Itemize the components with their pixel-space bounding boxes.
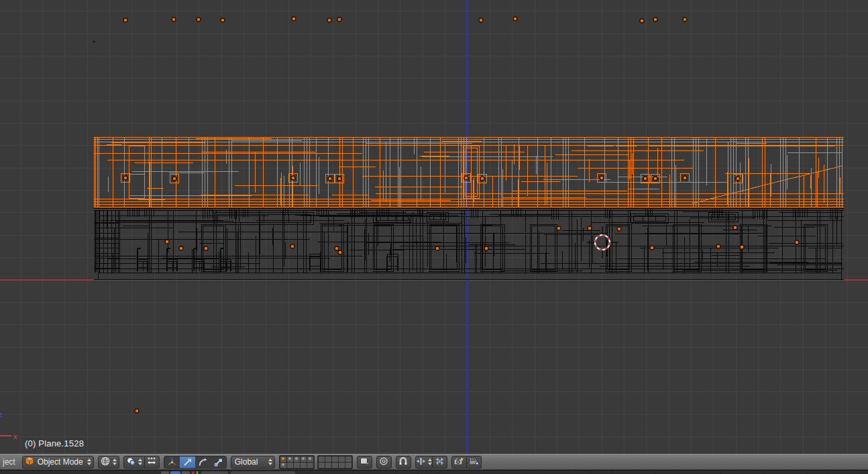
timeline-tick <box>763 471 764 474</box>
opengl-animation-icon <box>468 457 479 468</box>
timeline-widget-fragment <box>170 471 180 474</box>
globe-icon <box>101 457 110 468</box>
timeline-tick <box>785 471 786 474</box>
timeline-tick <box>395 471 396 474</box>
layer-cell-1[interactable] <box>319 457 325 462</box>
layer-cell-6[interactable] <box>319 463 325 468</box>
layer-cell-8[interactable] <box>332 463 338 468</box>
layer-cell-8[interactable] <box>294 463 300 468</box>
timeline-tick <box>828 471 829 474</box>
timeline-tick <box>482 471 482 474</box>
layer-cell-2[interactable] <box>287 457 293 462</box>
layer-cell-2[interactable] <box>325 457 331 462</box>
layer-cell-9[interactable] <box>339 463 345 468</box>
active-object-info: (0) Plane.1528 <box>25 438 84 448</box>
snap-target-dropdown[interactable] <box>433 456 447 469</box>
orientation-label: Global <box>233 457 266 467</box>
object-menu-partial[interactable]: ject <box>3 457 15 467</box>
translate-manipulator-button[interactable] <box>180 457 195 468</box>
timeline-tick <box>677 471 677 474</box>
timeline-tick <box>590 471 591 474</box>
timeline-tick <box>352 471 353 474</box>
3d-viewport[interactable]: xz <box>0 0 868 454</box>
snap-magnet-icon <box>398 457 408 468</box>
scene-lock-icon <box>360 457 370 468</box>
snap-increment-icon <box>416 457 426 468</box>
timeline-widget-fragment <box>182 471 190 474</box>
timeline-tick <box>374 471 374 474</box>
timeline-tick <box>525 471 526 474</box>
pivot-point-dropdown[interactable] <box>123 456 145 469</box>
layer-cell-6[interactable] <box>280 463 286 468</box>
timeline-tick <box>720 471 721 474</box>
viewport-shading-dropdown[interactable] <box>98 456 119 469</box>
layer-cell-7[interactable] <box>325 463 331 468</box>
transform-orientation-dropdown[interactable]: Global <box>231 456 275 469</box>
mode-dropdown[interactable]: Object Mode <box>22 456 94 469</box>
layer-cell-10[interactable] <box>307 463 313 468</box>
chevron-up-down-icon <box>428 459 432 465</box>
svg-text:z: z <box>0 410 3 418</box>
timeline-widget-fragment <box>231 471 295 474</box>
timeline-tick <box>807 471 808 474</box>
manipulator-widget <box>164 456 227 469</box>
building-upper-wireframe-selected <box>94 137 844 207</box>
timeline-tick <box>504 471 504 474</box>
layer-cell-4[interactable] <box>301 457 307 462</box>
snap-toggle[interactable] <box>396 456 411 469</box>
building-lower-wireframe-unselected <box>94 208 844 280</box>
layer-cell-1[interactable] <box>280 457 286 462</box>
proportional-editing-icon <box>379 457 388 468</box>
layers-group-2[interactable] <box>317 455 353 469</box>
timeline-tick <box>547 471 547 474</box>
viewport-header: ject Object Mode <box>0 454 868 470</box>
mini-axis-gizmo: xz <box>0 410 17 440</box>
chevron-up-down-icon <box>87 459 91 465</box>
chevron-up-down-icon <box>268 459 272 465</box>
timeline-tick <box>655 471 656 474</box>
pivot-sphere-icon <box>126 457 136 468</box>
cube-icon <box>25 457 34 468</box>
opengl-render-animation-button[interactable] <box>467 456 482 469</box>
axis-lines <box>0 0 868 454</box>
layer-cell-5[interactable] <box>345 457 351 462</box>
snap-target-icon <box>435 457 445 468</box>
proportional-editing-dropdown[interactable] <box>376 456 392 469</box>
timeline-tick <box>309 471 309 474</box>
layer-cell-4[interactable] <box>339 457 345 462</box>
scale-manipulator-button[interactable] <box>211 457 226 468</box>
layer-cell-9[interactable] <box>301 463 307 468</box>
layer-cell-3[interactable] <box>294 457 300 462</box>
mode-dropdown-label: Object Mode <box>36 457 85 467</box>
timeline-tick <box>612 471 612 474</box>
rotate-manipulator-button[interactable] <box>195 457 211 468</box>
snap-element-dropdown[interactable] <box>415 456 433 469</box>
center-points-icon <box>146 457 157 468</box>
timeline-editor-sliver[interactable] <box>0 470 868 474</box>
timeline-tick <box>634 471 635 474</box>
timeline-tick <box>569 471 569 474</box>
timeline-widget-fragment <box>201 471 228 474</box>
layer-cell-10[interactable] <box>345 463 351 468</box>
axis-tripod-icon[interactable] <box>164 457 180 468</box>
opengl-render-icon <box>453 457 464 468</box>
timeline-tick <box>330 471 331 474</box>
viewport-grid <box>0 0 868 454</box>
layer-cell-3[interactable] <box>332 457 338 462</box>
scene-lock-toggle[interactable] <box>357 456 372 469</box>
layer-cell-7[interactable] <box>287 463 293 468</box>
layers-group-1[interactable] <box>279 455 315 469</box>
opengl-render-button[interactable] <box>451 456 467 469</box>
timeline-playhead[interactable] <box>197 471 198 474</box>
layers-widget <box>279 455 353 469</box>
layer-cell-5[interactable] <box>307 457 313 462</box>
timeline-tick <box>851 471 851 474</box>
manipulate-center-points-toggle[interactable] <box>145 456 160 469</box>
chevron-up-down-icon <box>138 459 142 465</box>
timeline-tick <box>460 471 461 474</box>
timeline-tick <box>439 471 439 474</box>
object-origin-dots <box>93 17 799 413</box>
timeline-tick <box>417 471 418 474</box>
timeline-widget-fragment <box>161 471 169 474</box>
timeline-tick <box>742 471 743 474</box>
